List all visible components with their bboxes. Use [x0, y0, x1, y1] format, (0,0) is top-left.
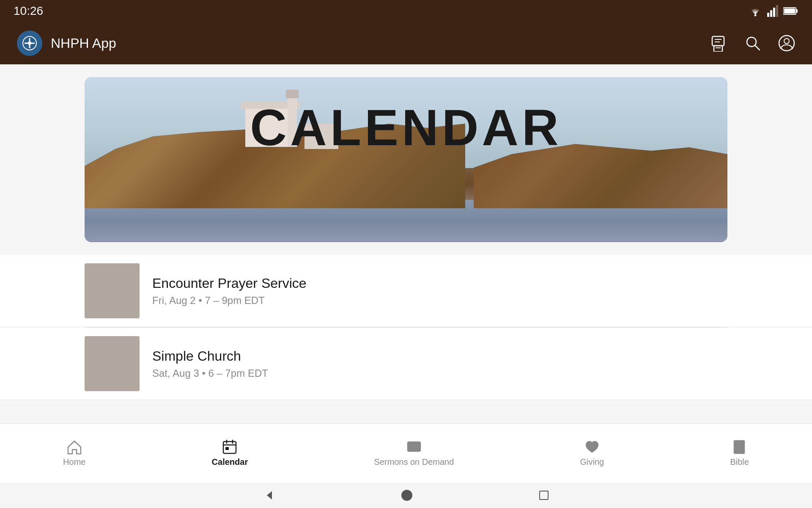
bible-icon [732, 439, 747, 455]
app-bar: NHPH App [0, 22, 812, 64]
profile-icon[interactable] [778, 35, 795, 52]
svg-rect-13 [714, 46, 722, 52]
event-item-2[interactable]: AUG 03 Simple Church Sat, Aug 3 • 6 – 7p… [0, 328, 812, 400]
svg-rect-21 [223, 442, 236, 453]
calendar-icon [222, 439, 237, 455]
calendar-banner[interactable]: CALENDAR [85, 77, 727, 242]
banner-text: CALENDAR [85, 98, 727, 157]
event-title-2: Simple Church [152, 348, 727, 364]
nav-item-sermons[interactable]: Sermons on Demand [361, 435, 466, 471]
app-bar-right [710, 35, 795, 52]
event-date-aug03: AUG 03 [85, 336, 140, 391]
svg-point-0 [754, 14, 757, 17]
home-icon [67, 439, 82, 455]
bottom-nav: Home Calendar Sermons on Demand Giving [0, 423, 812, 483]
nav-label-bible: Bible [730, 457, 749, 467]
giving-icon [584, 439, 600, 455]
signal-icon [767, 5, 779, 17]
nav-label-giving: Giving [580, 457, 604, 467]
status-time: 10:26 [14, 4, 43, 18]
android-back-button[interactable] [263, 490, 274, 501]
lighthouse-top [286, 90, 299, 98]
app-logo [17, 30, 42, 56]
svg-rect-12 [712, 36, 724, 46]
app-bar-left: NHPH App [17, 30, 116, 56]
android-recents-button[interactable] [539, 491, 549, 500]
event-item-1[interactable]: AUG 02 Encounter Prayer Service Fri, Aug… [0, 255, 812, 327]
battery-icon [783, 7, 798, 15]
chat-icon[interactable] [710, 35, 727, 52]
svg-marker-31 [267, 491, 272, 500]
nav-label-home: Home [63, 457, 85, 467]
event-subtitle-1: Fri, Aug 2 • 7 – 9pm EDT [152, 295, 727, 306]
event-subtitle-2: Sat, Aug 3 • 6 – 7pm EDT [152, 367, 727, 379]
sermons-icon [406, 439, 422, 455]
wifi-icon [748, 5, 763, 17]
svg-rect-4 [776, 5, 778, 17]
nav-label-calendar: Calendar [212, 457, 248, 467]
svg-rect-3 [773, 8, 775, 17]
android-home-button[interactable] [401, 490, 412, 501]
app-title: NHPH App [51, 36, 116, 51]
event-title-1: Encounter Prayer Service [152, 276, 727, 291]
status-bar: 10:26 [0, 0, 812, 22]
nav-item-home[interactable]: Home [50, 435, 98, 471]
svg-rect-6 [796, 9, 798, 13]
event-info-2: Simple Church Sat, Aug 3 • 6 – 7pm EDT [152, 348, 727, 379]
android-nav-bar [0, 483, 812, 508]
main-content: CALENDAR AUG 02 Encounter Prayer Service… [0, 64, 812, 449]
nav-label-sermons: Sermons on Demand [374, 457, 454, 467]
svg-rect-7 [784, 8, 795, 14]
svg-line-18 [755, 45, 760, 50]
nav-item-bible[interactable]: Bible [717, 435, 761, 471]
svg-point-20 [784, 39, 789, 44]
nav-item-giving[interactable]: Giving [568, 435, 617, 471]
svg-rect-25 [225, 447, 229, 450]
svg-rect-1 [767, 13, 769, 17]
svg-point-11 [28, 41, 31, 45]
nav-item-calendar[interactable]: Calendar [199, 435, 261, 471]
event-date-aug02: AUG 02 [85, 263, 140, 318]
svg-rect-2 [770, 10, 772, 17]
logo-icon [22, 36, 37, 51]
search-icon[interactable] [744, 35, 761, 52]
status-icons [748, 5, 798, 17]
event-info-1: Encounter Prayer Service Fri, Aug 2 • 7 … [152, 276, 727, 306]
event-list: AUG 02 Encounter Prayer Service Fri, Aug… [0, 255, 812, 400]
